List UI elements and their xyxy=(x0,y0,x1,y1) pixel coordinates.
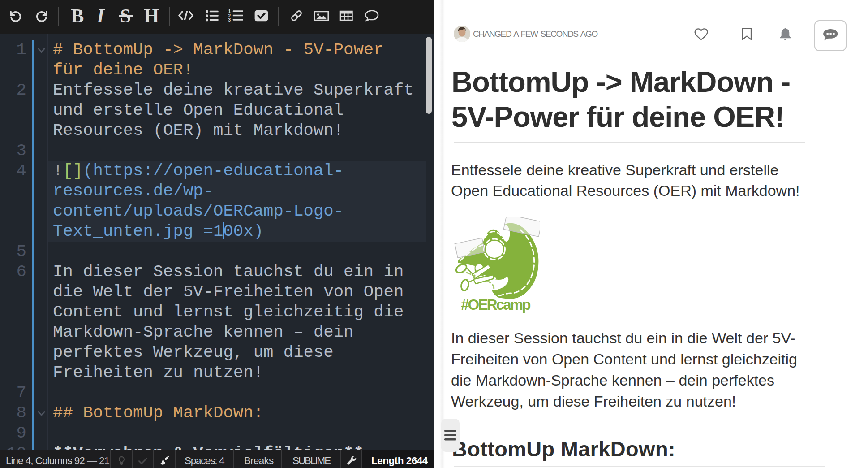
svg-text:3: 3 xyxy=(228,17,231,22)
